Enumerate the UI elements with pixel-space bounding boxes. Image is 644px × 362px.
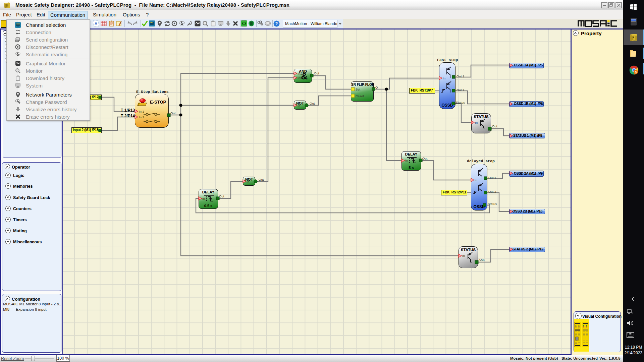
svg-text:S: S — [635, 70, 637, 74]
svg-text:A: A — [95, 21, 97, 25]
svg-text:?: ? — [275, 21, 278, 26]
